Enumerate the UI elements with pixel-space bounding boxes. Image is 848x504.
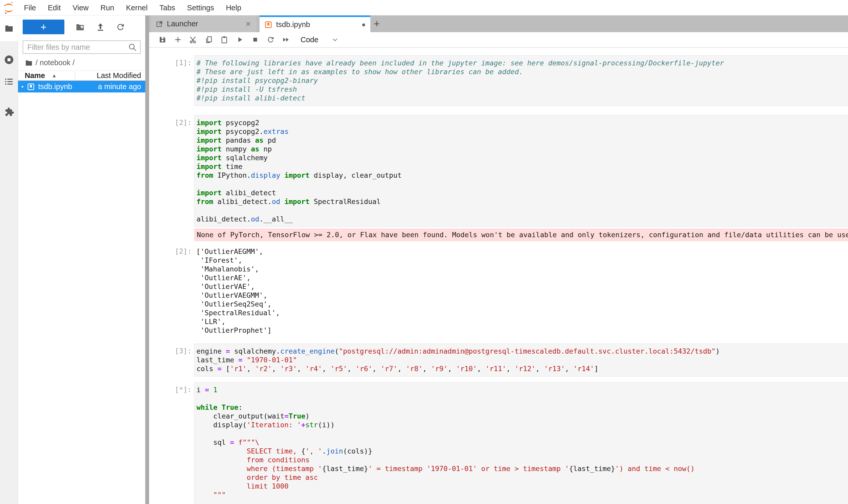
file-name: tsdb.ipynb (38, 83, 72, 91)
execution-prompt: [1]: (165, 55, 194, 106)
notebook-toolbar: Code (149, 32, 848, 48)
code-cell-1: [1]: # The following libraries have alre… (149, 55, 848, 106)
execution-prompt: [2]: (165, 115, 194, 227)
menu-tabs[interactable]: Tabs (154, 0, 181, 15)
stderr-output-row: None of PyTorch, TensorFlow >= 2.0, or F… (149, 229, 848, 241)
menu-run[interactable]: Run (94, 0, 120, 15)
execute-result-text: ['OutlierAEGMM', 'IForest', 'Mahalanobis… (194, 244, 848, 335)
menu-file[interactable]: File (18, 0, 42, 15)
restart-and-run-all-button[interactable] (278, 32, 294, 48)
output-prompt: [2]: (165, 244, 194, 335)
copy-cells-button[interactable] (201, 32, 217, 48)
run-cell-button[interactable] (232, 32, 248, 48)
cut-cells-button[interactable] (186, 32, 201, 48)
save-button[interactable] (155, 32, 170, 48)
restart-kernel-button[interactable] (263, 32, 278, 48)
tab-launcher[interactable]: Launcher (151, 15, 256, 32)
code-cell-4: [*]: i = 1 while True: clear_output(wait… (149, 382, 848, 504)
notebook-icon (264, 21, 272, 29)
code-cell-2-editor[interactable]: import psycopg2import psycopg2.extrasimp… (194, 115, 848, 227)
new-tab-button[interactable]: + (370, 15, 383, 32)
menu-kernel[interactable]: Kernel (120, 0, 154, 15)
filter-files-input[interactable] (23, 40, 141, 54)
file-modified: a minute ago (72, 83, 145, 91)
stderr-warning-text: None of PyTorch, TensorFlow >= 2.0, or F… (194, 229, 848, 241)
execution-prompt: [*]: (165, 382, 194, 504)
breadcrumb[interactable]: / notebook / (18, 54, 145, 71)
rail-file-browser[interactable] (0, 15, 18, 41)
notebook-file-icon (27, 83, 35, 91)
code-cell-2: [2]: import psycopg2import psycopg2.extr… (149, 115, 848, 227)
chevron-down-icon (332, 36, 338, 43)
file-row-tsdb-ipynb[interactable]: • tsdb.ipynb a minute ago (18, 81, 145, 92)
output-prompt-empty (165, 229, 194, 241)
interrupt-kernel-button[interactable] (248, 32, 263, 48)
launcher-icon (156, 20, 163, 28)
main-dock-panel: Launcher tsdb.ipynb ● + (149, 15, 848, 504)
tab-label: Launcher (167, 20, 241, 28)
code-cell-3-editor[interactable]: engine = sqlalchemy.create_engine("postg… (194, 344, 848, 377)
column-header-name[interactable]: Name ▲ (18, 71, 75, 80)
sort-ascending-icon: ▲ (52, 73, 57, 78)
folder-icon (4, 23, 14, 33)
refresh-button[interactable] (116, 22, 125, 32)
menu-bar: File Edit View Run Kernel Tabs Settings … (0, 0, 848, 15)
file-list-header: Name ▲ Last Modified (18, 71, 145, 81)
add-cell-button[interactable] (170, 32, 186, 48)
file-browser-toolbar: + (18, 15, 145, 37)
new-launcher-button[interactable]: + (23, 20, 65, 34)
jupyterlab-window: File Edit View Run Kernel Tabs Settings … (0, 0, 848, 504)
filter-files-container (23, 40, 141, 54)
notebook-scroll-area[interactable]: [1]: # The following libraries have alre… (149, 48, 848, 504)
rail-extensions[interactable] (0, 107, 18, 118)
cell-type-dropdown[interactable]: Code (301, 36, 338, 44)
code-cell-1-editor[interactable]: # The following libraries have already b… (194, 55, 848, 106)
menu-help[interactable]: Help (220, 0, 247, 15)
rail-table-of-contents[interactable] (0, 77, 18, 87)
new-folder-button[interactable] (75, 22, 85, 32)
close-icon[interactable] (245, 20, 252, 28)
cell-type-value: Code (301, 36, 318, 44)
code-cell-3: [3]: engine = sqlalchemy.create_engine("… (149, 344, 848, 377)
stop-circle-icon (4, 55, 14, 65)
menu-view[interactable]: View (67, 0, 94, 15)
rail-running-sessions[interactable] (0, 55, 18, 65)
upload-button[interactable] (96, 22, 105, 32)
code-cell-4-editor[interactable]: i = 1 while True: clear_output(wait=True… (194, 382, 848, 504)
tab-tsdb-ipynb[interactable]: tsdb.ipynb ● (259, 15, 370, 32)
paste-cells-button[interactable] (217, 32, 232, 48)
home-folder-icon[interactable] (25, 59, 33, 67)
breadcrumb-path: / notebook / (36, 58, 75, 67)
tab-label: tsdb.ipynb (276, 20, 358, 29)
list-icon (4, 77, 14, 87)
unsaved-changes-indicator: ● (362, 21, 366, 29)
execute-result-row: [2]: ['OutlierAEGMM', 'IForest', 'Mahala… (149, 244, 848, 335)
file-browser-panel: + (18, 15, 145, 504)
execution-prompt: [3]: (165, 344, 194, 377)
sidebar-resize-handle[interactable] (145, 15, 149, 504)
puzzle-icon (4, 107, 14, 118)
column-header-last-modified[interactable]: Last Modified (75, 71, 145, 80)
menu-edit[interactable]: Edit (42, 0, 67, 15)
dock-tab-bar: Launcher tsdb.ipynb ● + (149, 15, 848, 32)
jupyter-logo-icon (2, 1, 15, 14)
search-icon (128, 42, 138, 52)
menu-settings[interactable]: Settings (181, 0, 220, 15)
left-sidebar-rail (0, 15, 18, 504)
kernel-running-indicator: • (18, 83, 27, 90)
